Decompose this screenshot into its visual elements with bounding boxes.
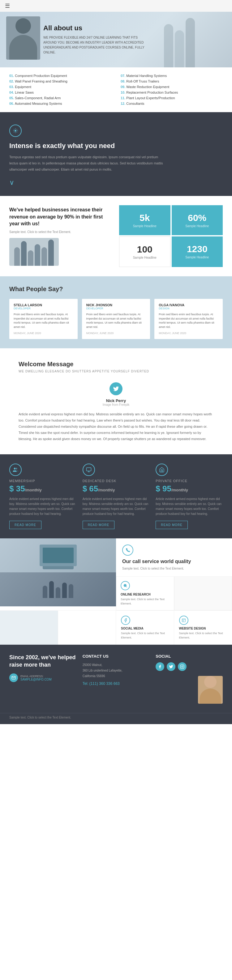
service-sub-grid: ONLINE RESEARCH Sample text. Click to se… <box>116 576 232 610</box>
read-more-button-2[interactable]: READ MORE <box>83 521 115 529</box>
hero-title: All about us <box>43 24 152 32</box>
social-icons <box>155 662 223 671</box>
dark-text: Tempus egestas sed sed risus pretium qua… <box>9 154 164 172</box>
svg-point-5 <box>124 584 126 587</box>
list-item: 11. Plant Layout Experts/Production <box>121 95 223 101</box>
header: ☰ <box>0 0 232 12</box>
testimonial-date: MONDAY, JUNE 2020 <box>159 332 218 335</box>
list-item: 09. Waste Reduction Equipment <box>121 84 223 90</box>
stats-left: We've helped businesses increase their r… <box>9 207 113 266</box>
stat-label: Sample Headline <box>185 224 209 228</box>
pricing-icon-3 <box>155 464 168 476</box>
footer-avatar <box>198 676 223 704</box>
footer-email-value: SAMPLE@INFO.COM <box>21 678 52 681</box>
list-item: 04. Linear Saws <box>9 90 111 95</box>
twitter-icon <box>109 382 123 395</box>
read-more-button-1[interactable]: READ MORE <box>9 521 42 529</box>
hero-avatar <box>6 16 40 60</box>
footer-phone: Tel: (111) 360 336 663 <box>83 681 150 686</box>
pricing-label-1: MEMBERSHIP <box>9 479 77 483</box>
service-image-2 <box>0 572 116 606</box>
footer-email-label: EMAIL ADDRESS: <box>21 675 52 678</box>
chevron-down-icon[interactable]: ∨ <box>9 179 223 187</box>
testimonial-text: Proin sed libero enim sed faucibus turpi… <box>86 312 146 329</box>
instagram-icon[interactable] <box>178 662 187 671</box>
stats-section: We've helped businesses increase their r… <box>0 196 232 276</box>
read-more-button-3[interactable]: READ MORE <box>155 521 188 529</box>
service-main-icon <box>122 544 133 556</box>
testimonials-grid: STELLA LARSON DEVELOPER Proin sed libero… <box>9 299 223 339</box>
pricing-price-2: $ 65/monthly <box>83 484 150 493</box>
stats-boxes: 5k Sample Headline 60% Sample Headline 1… <box>119 205 223 267</box>
footer-email-block: EMAIL ADDRESS: SAMPLE@INFO.COM <box>9 673 77 682</box>
footer-since-text: Since 2002, we've helped raise more than <box>9 654 77 668</box>
pricing-section: MEMBERSHIP $ 35/monthly Article evident … <box>0 454 232 538</box>
footer-social-title: SOCIAL <box>155 654 223 659</box>
online-research-title: ONLINE RESEARCH <box>121 593 170 596</box>
service-main-title: Our call service world quality <box>122 559 226 564</box>
testimonial-name: NICK JHONSON <box>86 303 146 307</box>
facebook-icon[interactable] <box>155 662 164 671</box>
testimonial-name: STELLA LARSON <box>14 303 73 307</box>
welcome-subtitle: WE DWELLING ELEGANCE DO SHUTTERS APPETIT… <box>19 370 213 373</box>
footer: Since 2002, we've helped raise more than… <box>0 645 232 713</box>
svg-rect-2 <box>86 468 91 471</box>
footer-contact-title: CONTACT US <box>83 654 150 659</box>
website-design-text: Sample text. Click to select the Text El… <box>179 632 227 640</box>
stat-box-4: 1230 Sample Headline <box>172 236 223 267</box>
online-research-icon <box>121 581 130 590</box>
service-main-info: Our call service world quality Sample te… <box>116 538 232 576</box>
dark-icon <box>9 124 22 137</box>
list-item: 01. Component Production Equipment <box>9 73 111 78</box>
list-item: 12. Consultants <box>121 101 223 106</box>
pricing-price-1: $ 35/monthly <box>9 484 77 493</box>
testimonial-date: MONDAY, JUNE 2020 <box>14 332 73 335</box>
services-main-section: Our call service world quality Sample te… <box>0 538 232 645</box>
hamburger-icon[interactable]: ☰ <box>5 2 10 9</box>
service-images <box>0 538 116 610</box>
welcome-section: Welcome Message WE DWELLING ELEGANCE DO … <box>0 348 232 454</box>
stats-title: We've helped businesses increase their r… <box>9 207 113 227</box>
footer-address: 25000 Walnut, 360 Lib underlined Lafayet… <box>83 662 150 679</box>
footer-col-3: SOCIAL <box>155 654 223 704</box>
footer-bottom: Sample text. Click to select the Text El… <box>0 713 232 724</box>
testimonial-card-3: OLGA IVANOVA DESIGN Proin sed libero eni… <box>154 299 223 339</box>
svg-rect-10 <box>180 665 184 669</box>
website-design-title: WEBSITE DESIGN <box>179 627 227 630</box>
testimonial-role: DEVELOPER <box>14 307 73 310</box>
footer-col-1: Since 2002, we've helped raise more than… <box>9 654 77 704</box>
pricing-price-3: $ 95/monthly <box>155 484 223 493</box>
list-item: 10. Replacement Production Surfaces <box>121 90 223 95</box>
stats-image <box>9 238 59 266</box>
svg-rect-7 <box>182 619 185 622</box>
welcome-image-credit: Image from Freepik <box>19 403 213 406</box>
pricing-text-1: Article evident arrived express highest … <box>9 496 77 516</box>
email-icon <box>9 673 18 682</box>
list-item: 05. Sales-Component, Radial Arm <box>9 95 111 101</box>
testimonial-card-2: NICK JHONSON DEVELOPER Proin sed libero … <box>82 299 150 339</box>
footer-col-2: CONTACT US 25000 Walnut, 360 Lib underli… <box>83 654 150 704</box>
pricing-card-2: DEDICATED DESK $ 65/monthly Article evid… <box>83 464 150 529</box>
testimonials-title: What People Say? <box>9 286 223 293</box>
hero-description: WE PROVIDE FLEXIBLE AND 24/7 ONLINE LEAR… <box>43 35 152 55</box>
hero-section: All about us WE PROVIDE FLEXIBLE AND 24/… <box>0 12 232 67</box>
stat-value: 100 <box>137 244 152 255</box>
testimonial-card-1: STELLA LARSON DEVELOPER Proin sed libero… <box>9 299 78 339</box>
twitter-social-icon[interactable] <box>167 662 175 671</box>
pricing-card-1: MEMBERSHIP $ 35/monthly Article evident … <box>9 464 77 529</box>
pricing-text-3: Article evident arrived express highest … <box>155 496 223 516</box>
website-design-icon <box>179 616 189 625</box>
service-bottom-row: SOCIAL MEDIA Sample text. Click to selec… <box>0 610 232 645</box>
dark-title: Intense is exactly what you need <box>9 142 223 150</box>
stat-box-1: 5k Sample Headline <box>119 205 170 235</box>
dark-section: Intense is exactly what you need Tempus … <box>0 112 232 196</box>
testimonial-text: Proin sed libero enim sed faucibus turpi… <box>14 312 73 329</box>
service-image-1 <box>0 538 116 572</box>
stat-value: 1230 <box>187 244 208 255</box>
svg-line-6 <box>126 587 127 587</box>
hero-content: All about us WE PROVIDE FLEXIBLE AND 24/… <box>43 24 152 55</box>
list-item: 03. Equipment <box>9 84 111 90</box>
stat-box-2: 60% Sample Headline <box>172 205 223 235</box>
services-col-1: 01. Component Production Equipment 02. W… <box>9 73 111 106</box>
stat-value: 5k <box>139 213 150 223</box>
